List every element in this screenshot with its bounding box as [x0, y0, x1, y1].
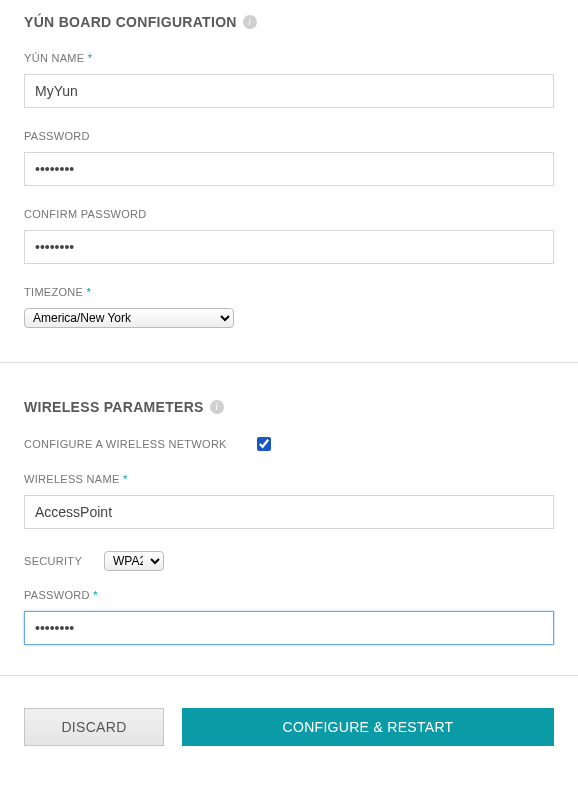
yun-name-input[interactable]	[24, 74, 554, 108]
confirm-password-field: CONFIRM PASSWORD	[24, 208, 554, 264]
confirm-password-label: CONFIRM PASSWORD	[24, 208, 554, 220]
board-section-header: YÚN BOARD CONFIGURATION i	[24, 14, 554, 30]
security-label: SECURITY	[24, 555, 82, 567]
required-marker: *	[93, 589, 98, 601]
wireless-section-header: WIRELESS PARAMETERS i	[24, 399, 554, 415]
board-password-label: PASSWORD	[24, 130, 554, 142]
board-config-section: YÚN BOARD CONFIGURATION i YÚN NAME * PAS…	[0, 0, 578, 363]
yun-name-label-text: YÚN NAME	[24, 52, 84, 64]
configure-wireless-label: CONFIGURE A WIRELESS NETWORK	[24, 438, 227, 450]
wireless-password-label: PASSWORD *	[24, 589, 554, 601]
info-icon[interactable]: i	[243, 15, 257, 29]
board-section-title: YÚN BOARD CONFIGURATION	[24, 14, 237, 30]
timezone-field: TIMEZONE * America/New York	[24, 286, 554, 328]
yun-name-field: YÚN NAME *	[24, 52, 554, 108]
button-row: DISCARD CONFIGURE & RESTART	[0, 676, 578, 754]
timezone-label: TIMEZONE *	[24, 286, 554, 298]
board-password-field: PASSWORD	[24, 130, 554, 186]
wireless-name-input[interactable]	[24, 495, 554, 529]
info-icon[interactable]: i	[210, 400, 224, 414]
wireless-password-field: PASSWORD *	[24, 589, 554, 645]
security-select[interactable]: WPA2	[104, 551, 164, 571]
wireless-password-input[interactable]	[24, 611, 554, 645]
wireless-name-label-text: WIRELESS NAME	[24, 473, 120, 485]
configure-restart-button[interactable]: CONFIGURE & RESTART	[182, 708, 554, 746]
board-password-input[interactable]	[24, 152, 554, 186]
required-marker: *	[87, 286, 92, 298]
wireless-password-label-text: PASSWORD	[24, 589, 90, 601]
wireless-name-label: WIRELESS NAME *	[24, 473, 554, 485]
required-marker: *	[123, 473, 128, 485]
confirm-password-input[interactable]	[24, 230, 554, 264]
configure-wireless-row: CONFIGURE A WIRELESS NETWORK	[24, 437, 554, 451]
wireless-section-title: WIRELESS PARAMETERS	[24, 399, 204, 415]
yun-name-label: YÚN NAME *	[24, 52, 554, 64]
configure-wireless-checkbox[interactable]	[257, 437, 271, 451]
timezone-label-text: TIMEZONE	[24, 286, 83, 298]
wireless-section: WIRELESS PARAMETERS i CONFIGURE A WIRELE…	[0, 363, 578, 676]
wireless-name-field: WIRELESS NAME *	[24, 473, 554, 529]
required-marker: *	[88, 52, 93, 64]
discard-button[interactable]: DISCARD	[24, 708, 164, 746]
security-row: SECURITY WPA2	[24, 551, 554, 571]
timezone-select[interactable]: America/New York	[24, 308, 234, 328]
